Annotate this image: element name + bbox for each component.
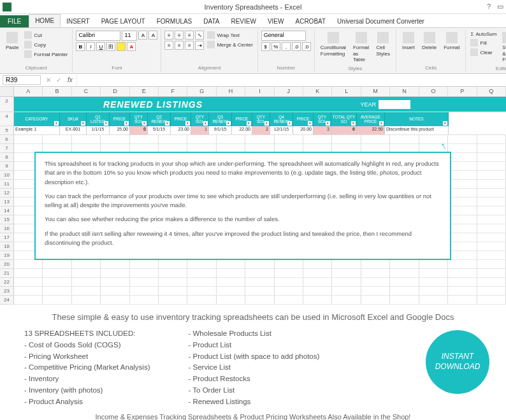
cell-styles-button[interactable]: Cell Styles xyxy=(373,31,393,58)
th-q2-renew[interactable]: Q2 RENEW▾ xyxy=(148,112,171,126)
row-header[interactable]: 22 xyxy=(0,278,14,287)
cancel-icon[interactable]: ✕ xyxy=(43,76,54,83)
format-as-table-button[interactable]: Format as Table xyxy=(351,31,372,64)
tab-insert[interactable]: INSERT xyxy=(61,15,96,27)
cell-category[interactable]: Example 1 xyxy=(14,126,60,134)
th-avg-price[interactable]: AVERAGE PRICE▾ xyxy=(357,112,385,126)
cell-total-qty[interactable]: 6 xyxy=(331,126,357,134)
fill-color-button[interactable] xyxy=(117,42,126,51)
col-header[interactable]: D xyxy=(101,87,129,96)
th-q3-qty[interactable]: QTY SOL▾ xyxy=(252,112,270,126)
cell-q2-qty[interactable]: 1 xyxy=(191,126,209,134)
th-q1-listed[interactable]: Q1 LISTED▾ xyxy=(87,112,110,126)
col-header[interactable]: C xyxy=(72,87,101,96)
col-header[interactable]: G xyxy=(187,87,216,96)
delete-cells-button[interactable]: Delete xyxy=(419,31,439,52)
paste-button[interactable]: Paste xyxy=(3,31,21,52)
row-header[interactable]: 6 xyxy=(0,135,14,144)
row-header[interactable]: 17 xyxy=(0,233,14,242)
name-box[interactable] xyxy=(3,75,41,85)
merge-center-button[interactable]: Merge & Center xyxy=(206,40,254,49)
col-header[interactable]: L xyxy=(332,87,361,96)
row-header[interactable]: 19 xyxy=(0,251,14,260)
th-notes[interactable]: NOTES▾ xyxy=(385,112,449,126)
percent-icon[interactable]: % xyxy=(271,42,280,51)
row-header[interactable]: 12 xyxy=(0,189,14,198)
row-header[interactable]: 5 xyxy=(0,126,14,135)
select-all-corner[interactable] xyxy=(0,87,14,96)
row-header[interactable]: 20 xyxy=(0,260,14,269)
row-header[interactable]: 13 xyxy=(0,198,14,206)
format-painter-button[interactable]: Format Painter xyxy=(23,50,69,59)
increase-decimal-icon[interactable]: .0 xyxy=(292,42,301,51)
cell-q4-price[interactable]: 20.00 xyxy=(293,126,314,134)
row-header[interactable]: 21 xyxy=(0,269,14,278)
font-family-select[interactable]: Calibri xyxy=(76,31,120,41)
align-top-icon[interactable]: ≡ xyxy=(164,31,173,40)
insert-cells-button[interactable]: Insert xyxy=(400,31,417,52)
tab-page-layout[interactable]: PAGE LAYOUT xyxy=(96,15,151,27)
ribbon-collapse-icon[interactable]: ▭ xyxy=(497,3,503,11)
row-header[interactable]: 7 xyxy=(0,144,14,153)
tab-acrobat[interactable]: ACROBAT xyxy=(289,15,331,27)
format-cells-button[interactable]: Format xyxy=(441,31,462,52)
row-header[interactable]: 9 xyxy=(0,162,14,171)
font-size-select[interactable]: 11 xyxy=(122,31,137,41)
clear-button[interactable]: Clear xyxy=(469,48,498,57)
col-header[interactable]: B xyxy=(43,87,71,96)
row-header[interactable]: 24 xyxy=(0,296,14,305)
col-header[interactable]: P xyxy=(448,87,477,96)
currency-icon[interactable]: $ xyxy=(261,42,270,51)
copy-button[interactable]: Copy xyxy=(23,40,69,49)
tab-formulas[interactable]: FORMULAS xyxy=(151,15,198,27)
help-icon[interactable]: ? xyxy=(487,3,491,11)
cell-notes[interactable]: Discontinue this product xyxy=(385,126,449,134)
cut-button[interactable]: Cut xyxy=(23,31,69,40)
fx-icon[interactable]: fx xyxy=(64,76,76,83)
tab-udc[interactable]: Universal Document Converter xyxy=(331,15,430,27)
enter-icon[interactable]: ✓ xyxy=(54,76,64,83)
th-q3-renew[interactable]: Q3 RENEW▾ xyxy=(209,112,232,126)
row-header[interactable]: 10 xyxy=(0,171,14,180)
col-header[interactable]: A xyxy=(14,87,43,96)
tab-home[interactable]: HOME xyxy=(29,14,61,27)
row-header[interactable]: 18 xyxy=(0,242,14,251)
sort-filter-button[interactable]: Sort & Filter xyxy=(500,31,506,64)
wrap-text-button[interactable]: Wrap Text xyxy=(206,31,254,40)
bold-button[interactable]: B xyxy=(76,42,85,51)
col-header[interactable]: Q xyxy=(477,87,506,96)
col-header[interactable]: O xyxy=(419,87,448,96)
row-header[interactable]: 23 xyxy=(0,287,14,296)
th-q4-renew[interactable]: Q4 RENEW▾ xyxy=(270,112,293,126)
col-header[interactable]: E xyxy=(130,87,159,96)
font-color-button[interactable]: A xyxy=(127,42,136,51)
cell-q2-renew[interactable]: 5/1/15 xyxy=(148,126,171,134)
formula-input[interactable] xyxy=(76,74,506,86)
align-middle-icon[interactable]: ≡ xyxy=(175,31,184,40)
decrease-decimal-icon[interactable]: .0 xyxy=(302,42,311,51)
orientation-icon[interactable]: ⤡ xyxy=(195,31,204,40)
col-header[interactable]: I xyxy=(245,87,274,96)
row-header[interactable]: 11 xyxy=(0,180,14,189)
year-input[interactable] xyxy=(379,100,410,109)
th-sku[interactable]: SKU#▾ xyxy=(60,112,87,126)
file-tab[interactable]: FILE xyxy=(0,15,29,27)
col-header[interactable]: H xyxy=(217,87,245,96)
cell-q3-price[interactable]: 22.00 xyxy=(232,126,252,134)
fill-button[interactable]: Fill xyxy=(469,38,498,47)
cell-avg-price[interactable]: 22.50 xyxy=(357,126,385,134)
col-header[interactable]: M xyxy=(361,87,390,96)
cell-q1-listed[interactable]: 1/1/15 xyxy=(87,126,110,134)
row-header[interactable]: 4 xyxy=(0,112,14,126)
conditional-formatting-button[interactable]: Conditional Formatting xyxy=(318,31,349,58)
th-category[interactable]: CATEGORY▾ xyxy=(14,112,60,126)
row-header[interactable]: 2 xyxy=(0,97,14,112)
row-header[interactable]: 16 xyxy=(0,224,14,233)
tab-view[interactable]: VIEW xyxy=(262,15,290,27)
th-total-qty[interactable]: TOTAL QTY SO▾ xyxy=(331,112,357,126)
align-right-icon[interactable]: ≡ xyxy=(185,41,194,50)
th-q1-qty[interactable]: QTY SOL▾ xyxy=(130,112,148,126)
col-header[interactable]: J xyxy=(275,87,303,96)
align-left-icon[interactable]: ≡ xyxy=(164,41,173,50)
row-header[interactable]: 15 xyxy=(0,215,14,224)
